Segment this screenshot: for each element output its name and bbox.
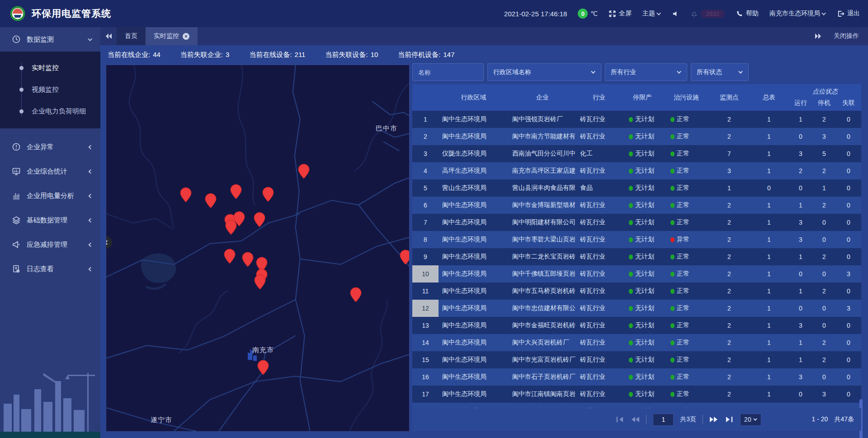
status-dot-icon [670,151,675,156]
cell-industry: 砖瓦行业 [576,386,622,403]
table-row[interactable]: 9阆中生态环境局阆中市二龙长宝页岩砖砖瓦行业无计划正常21120 [412,248,861,265]
stop-status-text: 无计划 [635,235,654,244]
cell-lost-count: 0 [836,214,861,231]
cell-company: 阆中千佛镇五郎垭页岩 [509,265,576,283]
table-row[interactable]: 1阆中生态环境局阆中强锐页岩砖厂砖瓦行业无计划正常21120 [412,111,861,128]
stop-status-text: 无计划 [635,390,654,398]
page-size-select[interactable]: 20 [740,414,761,426]
sidebar-subitem[interactable]: 企业电力负荷明细 [0,100,100,122]
table-row[interactable]: 5营山生态环境局营山县润丰肉食品有限食品无计划正常10010 [412,179,861,197]
close-operations-button[interactable]: 关闭操作 [834,32,859,40]
first-page-button[interactable] [615,416,624,423]
table-row[interactable]: 2阆中生态环境局阆中市南方节能建材有砖瓦行业无计划正常21030 [412,128,861,145]
close-icon[interactable]: × [183,33,189,40]
table-row[interactable]: 17阆中生态环境局阆中市江南镇阆南页岩砖瓦行业无计划正常21030 [412,386,861,403]
map-pin-icon[interactable] [224,249,236,264]
tab-scroll-left-button[interactable] [100,27,117,45]
table-row[interactable]: 12阆中生态环境局阆中市忠信建材有限公砖瓦行业无计划正常21003 [412,300,861,317]
industry-filter-select[interactable]: 所有行业 [605,63,687,81]
sidebar-item[interactable]: 企业异常 [0,135,100,159]
map-pin-icon[interactable] [350,287,362,302]
map-pin-icon[interactable] [180,187,192,203]
cell-total-count: 1 [749,265,789,283]
clock-icon [12,35,21,44]
cell-stop-status: 无计划 [622,403,663,408]
sidebar-item[interactable]: 基础数据管理 [0,208,100,232]
status-dot-icon [629,220,633,225]
table-row[interactable]: 11阆中生态环境局阆中市五马桥页岩机砖砖瓦行业无计划正常21120 [412,283,861,300]
map-pin-icon[interactable] [205,193,217,208]
table-row[interactable]: 14阆中生态环境局阆中大兴页岩机砖厂砖瓦行业无计划正常21120 [412,334,861,351]
cell-region: 阆中生态环境局 [439,351,509,368]
table-row[interactable]: 15阆中生态环境局阆中市光富页岩机砖厂砖瓦行业无计划正常21120 [412,351,861,368]
map-pin-icon[interactable] [262,187,274,202]
notification-bell[interactable]: 2632 [690,9,725,18]
cell-monitor-count: 2 [709,197,749,214]
sidebar-subitem[interactable]: 视频监控 [0,79,100,100]
sidebar-item-label: 数据监测 [27,35,89,44]
fullscreen-button[interactable]: 全屏 [609,9,632,18]
cell-stop-status: 无计划 [622,197,663,214]
tab-scroll-right-button[interactable] [815,33,822,39]
table-row[interactable]: 8阆中生态环境局阆中市枣碧大梁山页岩砖瓦行业无计划异常21300 [412,231,861,248]
map-pin-icon[interactable] [257,360,269,375]
sidebar-item[interactable]: 企业综合统计 [0,159,100,184]
map-pin-icon[interactable] [298,164,310,179]
next-page-button[interactable] [709,416,718,423]
tab-item[interactable]: 首页 [117,27,146,45]
cell-region: 营山生态环境局 [439,179,509,197]
table-row[interactable]: 10阆中生态环境局阆中千佛镇五郎垭页岩砖瓦行业无计划正常21003 [412,265,861,283]
sidebar-item[interactable]: 日志查看 [0,257,100,281]
status-filter-select[interactable]: 所有状态 [691,63,749,81]
org-dropdown[interactable]: 南充市生态环境局 [769,9,826,18]
treatment-status-text: 正常 [677,253,689,261]
sidebar-item[interactable]: 数据监测 [0,27,100,52]
cell-lost-count: 0 [836,145,861,162]
stat-item: 当前在线设备:211 [249,51,305,59]
cell-treatment-status: 正常 [663,214,709,231]
cell-lost-count: 3 [836,265,861,283]
tab-active[interactable]: 实时监控× [146,27,198,45]
table-row[interactable]: 18南部生态环境局南部县双华水泥有限公建材加工无计划正常60060 [412,403,861,408]
sidebar-item[interactable]: 企业用电量分析 [0,184,100,208]
cell-lost-count: 0 [836,162,861,179]
map-pin-icon[interactable] [254,274,266,290]
name-filter-input[interactable] [412,63,484,81]
app-logo-icon [10,6,25,21]
cell-stop-status: 无计划 [622,334,663,351]
phone-icon [736,10,743,18]
map-pin-icon[interactable] [242,252,254,267]
divider [703,415,703,424]
map-pin-icon[interactable] [400,250,410,265]
sidebar-subitem[interactable]: 实时监控 [0,57,100,79]
table-row[interactable]: 16阆中生态环境局阆中市石子页岩机砖厂砖瓦行业无计划正常21300 [412,368,861,386]
page-number-input[interactable]: 1 [653,414,674,426]
table-row[interactable]: 13阆中生态环境局阆中市金福旺页岩机砖砖瓦行业无计划正常21300 [412,317,861,334]
sidebar-item[interactable]: 应急减排管理 [0,232,100,257]
map-pin-icon[interactable] [225,220,237,235]
cell-region: 阆中生态环境局 [439,334,509,351]
map-pin-icon[interactable] [230,184,242,199]
table-row[interactable]: 7阆中生态环境局阆中明阳建材有限公司砖瓦行业无计划正常21300 [412,214,861,231]
cell-run-count: 1 [789,351,812,368]
help-button[interactable]: 帮助 [736,9,759,18]
cell-monitor-count: 2 [709,351,749,368]
cell-lost-count: 0 [836,403,861,408]
table-row[interactable]: 6阆中生态环境局阆中市金博瑞新型墙材砖瓦行业无计划正常21120 [412,197,861,214]
logout-button[interactable]: 退出 [837,9,860,18]
table-row[interactable]: 4高坪生态环境局南充市高坪区王家店建砖瓦行业无计划正常31220 [412,162,861,179]
cell-stopped-count: 2 [812,283,836,300]
last-page-button[interactable] [725,416,734,423]
region-filter-select[interactable]: 行政区域名称 [487,63,601,81]
cell-treatment-status: 正常 [663,368,709,386]
prev-page-button[interactable] [631,416,640,423]
cell-total-count: 1 [749,197,789,214]
stop-status-text: 无计划 [635,304,654,312]
cell-stopped-count: 6 [812,403,836,408]
table-row[interactable]: 3仪陇生态环境局西南油气田分公司川中化工无计划正常71350 [412,145,861,162]
theme-dropdown[interactable]: 主题 [642,9,661,18]
megaphone-icon [12,240,21,249]
map-pin-icon[interactable] [254,212,265,227]
mute-speaker-button[interactable] [672,10,679,18]
map-panel[interactable]: 巴中市南充市遂宁市 [106,65,410,432]
